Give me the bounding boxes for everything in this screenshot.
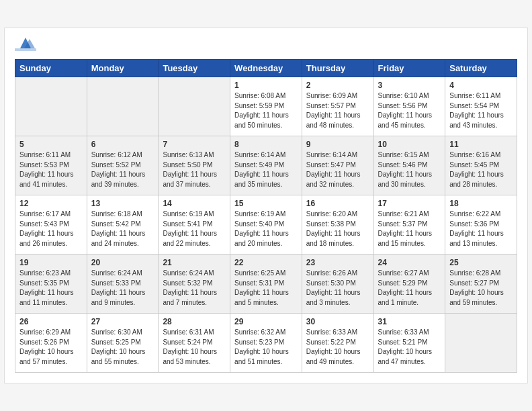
day-number: 16 bbox=[306, 199, 369, 208]
day-number: 22 bbox=[234, 258, 298, 267]
calendar-cell: 22 Sunrise: 6:25 AMSunset: 5:31 PMDaylig… bbox=[230, 255, 302, 314]
day-info: Sunrise: 6:25 AMSunset: 5:31 PMDaylight:… bbox=[234, 269, 289, 306]
calendar-cell: 7 Sunrise: 6:13 AMSunset: 5:50 PMDayligh… bbox=[159, 136, 230, 195]
day-info: Sunrise: 6:20 AMSunset: 5:38 PMDaylight:… bbox=[306, 210, 361, 247]
calendar-cell: 28 Sunrise: 6:31 AMSunset: 5:24 PMDaylig… bbox=[159, 314, 230, 373]
svg-rect-2 bbox=[15, 48, 36, 51]
calendar-table: SundayMondayTuesdayWednesdayThursdayFrid… bbox=[15, 59, 517, 373]
calendar-cell bbox=[445, 314, 517, 373]
day-info: Sunrise: 6:13 AMSunset: 5:50 PMDaylight:… bbox=[163, 151, 217, 188]
calendar-cell bbox=[87, 77, 159, 136]
day-info: Sunrise: 6:29 AMSunset: 5:26 PMDaylight:… bbox=[19, 328, 74, 365]
day-number: 10 bbox=[378, 140, 441, 149]
calendar-cell: 13 Sunrise: 6:18 AMSunset: 5:42 PMDaylig… bbox=[87, 195, 159, 255]
day-info: Sunrise: 6:26 AMSunset: 5:30 PMDaylight:… bbox=[306, 269, 361, 306]
weekday-header-monday: Monday bbox=[87, 60, 159, 77]
weekday-header-sunday: Sunday bbox=[15, 60, 87, 77]
day-info: Sunrise: 6:24 AMSunset: 5:33 PMDaylight:… bbox=[91, 269, 146, 306]
day-info: Sunrise: 6:16 AMSunset: 5:45 PMDaylight:… bbox=[449, 151, 504, 188]
day-info: Sunrise: 6:24 AMSunset: 5:32 PMDaylight:… bbox=[163, 269, 217, 306]
day-number: 4 bbox=[449, 81, 513, 90]
calendar-cell: 24 Sunrise: 6:27 AMSunset: 5:29 PMDaylig… bbox=[373, 255, 445, 314]
day-number: 31 bbox=[378, 317, 441, 326]
day-info: Sunrise: 6:15 AMSunset: 5:46 PMDaylight:… bbox=[378, 151, 433, 188]
calendar-cell: 5 Sunrise: 6:11 AMSunset: 5:53 PMDayligh… bbox=[15, 136, 87, 195]
weekday-header-thursday: Thursday bbox=[302, 60, 373, 77]
calendar-cell: 11 Sunrise: 6:16 AMSunset: 5:45 PMDaylig… bbox=[445, 136, 517, 195]
day-number: 7 bbox=[163, 140, 226, 149]
day-info: Sunrise: 6:19 AMSunset: 5:41 PMDaylight:… bbox=[163, 210, 217, 247]
day-number: 26 bbox=[19, 317, 83, 326]
day-number: 6 bbox=[91, 140, 154, 149]
calendar-cell: 25 Sunrise: 6:28 AMSunset: 5:27 PMDaylig… bbox=[445, 255, 517, 314]
calendar-cell: 15 Sunrise: 6:19 AMSunset: 5:40 PMDaylig… bbox=[230, 195, 302, 255]
day-info: Sunrise: 6:12 AMSunset: 5:52 PMDaylight:… bbox=[91, 151, 146, 188]
calendar-cell: 23 Sunrise: 6:26 AMSunset: 5:30 PMDaylig… bbox=[302, 255, 373, 314]
day-number: 3 bbox=[378, 81, 441, 90]
day-number: 17 bbox=[378, 199, 441, 208]
week-row-2: 5 Sunrise: 6:11 AMSunset: 5:53 PMDayligh… bbox=[15, 136, 517, 195]
day-number: 29 bbox=[234, 317, 298, 326]
logo bbox=[15, 35, 39, 54]
calendar-cell: 3 Sunrise: 6:10 AMSunset: 5:56 PMDayligh… bbox=[373, 77, 445, 136]
day-number: 19 bbox=[19, 258, 83, 267]
calendar-container: SundayMondayTuesdayWednesdayThursdayFrid… bbox=[4, 28, 528, 383]
calendar-cell: 8 Sunrise: 6:14 AMSunset: 5:49 PMDayligh… bbox=[230, 136, 302, 195]
day-info: Sunrise: 6:27 AMSunset: 5:29 PMDaylight:… bbox=[378, 269, 433, 306]
week-row-4: 19 Sunrise: 6:23 AMSunset: 5:35 PMDaylig… bbox=[15, 255, 517, 314]
calendar-cell: 17 Sunrise: 6:21 AMSunset: 5:37 PMDaylig… bbox=[373, 195, 445, 255]
calendar-cell: 1 Sunrise: 6:08 AMSunset: 5:59 PMDayligh… bbox=[230, 77, 302, 136]
calendar-cell: 12 Sunrise: 6:17 AMSunset: 5:43 PMDaylig… bbox=[15, 195, 87, 255]
day-info: Sunrise: 6:19 AMSunset: 5:40 PMDaylight:… bbox=[234, 210, 289, 247]
calendar-cell: 18 Sunrise: 6:22 AMSunset: 5:36 PMDaylig… bbox=[445, 195, 517, 255]
calendar-cell: 2 Sunrise: 6:09 AMSunset: 5:57 PMDayligh… bbox=[302, 77, 373, 136]
day-info: Sunrise: 6:18 AMSunset: 5:42 PMDaylight:… bbox=[91, 210, 146, 247]
calendar-cell: 29 Sunrise: 6:32 AMSunset: 5:23 PMDaylig… bbox=[230, 314, 302, 373]
calendar-cell: 14 Sunrise: 6:19 AMSunset: 5:41 PMDaylig… bbox=[159, 195, 230, 255]
day-info: Sunrise: 6:09 AMSunset: 5:57 PMDaylight:… bbox=[306, 92, 361, 129]
day-info: Sunrise: 6:28 AMSunset: 5:27 PMDaylight:… bbox=[449, 269, 504, 306]
calendar-cell: 9 Sunrise: 6:14 AMSunset: 5:47 PMDayligh… bbox=[302, 136, 373, 195]
calendar-cell: 19 Sunrise: 6:23 AMSunset: 5:35 PMDaylig… bbox=[15, 255, 87, 314]
calendar-cell bbox=[159, 77, 230, 136]
calendar-cell: 6 Sunrise: 6:12 AMSunset: 5:52 PMDayligh… bbox=[87, 136, 159, 195]
day-info: Sunrise: 6:10 AMSunset: 5:56 PMDaylight:… bbox=[378, 92, 433, 129]
day-info: Sunrise: 6:22 AMSunset: 5:36 PMDaylight:… bbox=[449, 210, 504, 247]
day-number: 20 bbox=[91, 258, 154, 267]
header bbox=[15, 35, 517, 54]
day-number: 27 bbox=[91, 317, 154, 326]
day-number: 12 bbox=[19, 199, 83, 208]
day-info: Sunrise: 6:11 AMSunset: 5:53 PMDaylight:… bbox=[19, 151, 74, 188]
day-number: 21 bbox=[163, 258, 226, 267]
weekday-row: SundayMondayTuesdayWednesdayThursdayFrid… bbox=[15, 60, 517, 77]
day-info: Sunrise: 6:11 AMSunset: 5:54 PMDaylight:… bbox=[449, 92, 504, 129]
calendar-cell: 20 Sunrise: 6:24 AMSunset: 5:33 PMDaylig… bbox=[87, 255, 159, 314]
calendar-header: SundayMondayTuesdayWednesdayThursdayFrid… bbox=[15, 60, 517, 77]
day-info: Sunrise: 6:31 AMSunset: 5:24 PMDaylight:… bbox=[163, 328, 217, 365]
day-number: 11 bbox=[449, 140, 513, 149]
day-info: Sunrise: 6:30 AMSunset: 5:25 PMDaylight:… bbox=[91, 328, 146, 365]
day-number: 9 bbox=[306, 140, 369, 149]
weekday-header-friday: Friday bbox=[373, 60, 445, 77]
weekday-header-tuesday: Tuesday bbox=[159, 60, 230, 77]
week-row-3: 12 Sunrise: 6:17 AMSunset: 5:43 PMDaylig… bbox=[15, 195, 517, 255]
day-info: Sunrise: 6:14 AMSunset: 5:49 PMDaylight:… bbox=[234, 151, 289, 188]
calendar-cell: 21 Sunrise: 6:24 AMSunset: 5:32 PMDaylig… bbox=[159, 255, 230, 314]
day-number: 5 bbox=[19, 140, 83, 149]
day-info: Sunrise: 6:33 AMSunset: 5:22 PMDaylight:… bbox=[306, 328, 361, 365]
calendar-cell: 10 Sunrise: 6:15 AMSunset: 5:46 PMDaylig… bbox=[373, 136, 445, 195]
calendar-cell: 30 Sunrise: 6:33 AMSunset: 5:22 PMDaylig… bbox=[302, 314, 373, 373]
day-number: 24 bbox=[378, 258, 441, 267]
day-number: 28 bbox=[163, 317, 226, 326]
day-number: 2 bbox=[306, 81, 369, 90]
day-info: Sunrise: 6:17 AMSunset: 5:43 PMDaylight:… bbox=[19, 210, 74, 247]
day-info: Sunrise: 6:14 AMSunset: 5:47 PMDaylight:… bbox=[306, 151, 361, 188]
logo-icon bbox=[15, 35, 36, 54]
day-number: 25 bbox=[449, 258, 513, 267]
calendar-cell: 4 Sunrise: 6:11 AMSunset: 5:54 PMDayligh… bbox=[445, 77, 517, 136]
calendar-body: 1 Sunrise: 6:08 AMSunset: 5:59 PMDayligh… bbox=[15, 77, 517, 373]
day-number: 23 bbox=[306, 258, 369, 267]
calendar-cell bbox=[15, 77, 87, 136]
calendar-cell: 27 Sunrise: 6:30 AMSunset: 5:25 PMDaylig… bbox=[87, 314, 159, 373]
day-number: 1 bbox=[234, 81, 298, 90]
